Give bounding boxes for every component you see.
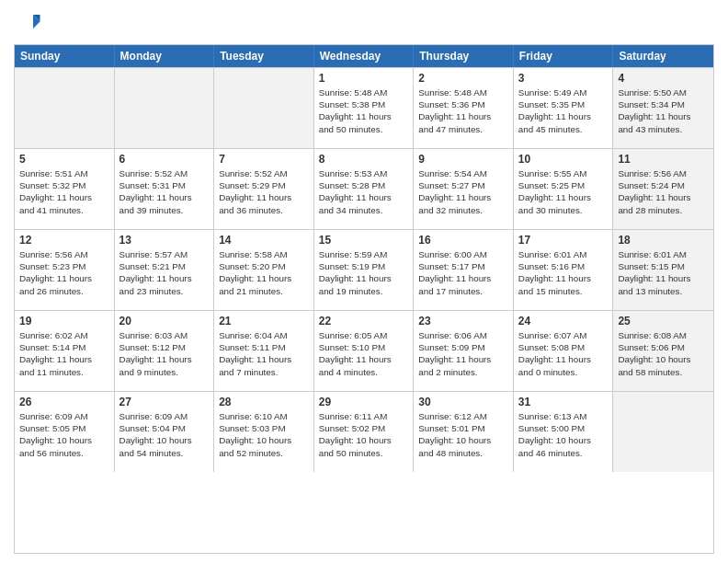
calendar-row-3: 19Sunrise: 6:02 AM Sunset: 5:14 PM Dayli…	[15, 310, 713, 391]
day-number: 20	[119, 315, 210, 327]
calendar-cell-23: 23Sunrise: 6:06 AM Sunset: 5:09 PM Dayli…	[414, 311, 514, 391]
calendar-cell-27: 27Sunrise: 6:09 AM Sunset: 5:04 PM Dayli…	[115, 392, 215, 472]
cell-info-text: Sunrise: 6:01 AM Sunset: 5:15 PM Dayligh…	[618, 248, 709, 297]
day-number: 21	[219, 315, 309, 327]
day-number: 18	[618, 234, 709, 247]
calendar-cell-6: 6Sunrise: 5:52 AM Sunset: 5:31 PM Daylig…	[115, 149, 215, 229]
calendar-cell-empty-0-2	[214, 68, 314, 148]
calendar-cell-empty-0-1	[115, 68, 215, 148]
calendar-cell-24: 24Sunrise: 6:07 AM Sunset: 5:08 PM Dayli…	[514, 311, 614, 391]
day-number: 29	[319, 396, 409, 408]
cell-info-text: Sunrise: 6:09 AM Sunset: 5:04 PM Dayligh…	[119, 410, 210, 459]
calendar-cell-4: 4Sunrise: 5:50 AM Sunset: 5:34 PM Daylig…	[613, 68, 713, 148]
page: SundayMondayTuesdayWednesdayThursdayFrid…	[0, 0, 728, 563]
calendar-cell-14: 14Sunrise: 5:58 AM Sunset: 5:20 PM Dayli…	[214, 230, 314, 310]
header-day-saturday: Saturday	[613, 45, 713, 67]
day-number: 24	[518, 315, 609, 327]
cell-info-text: Sunrise: 5:54 AM Sunset: 5:27 PM Dayligh…	[418, 167, 508, 216]
calendar-cell-31: 31Sunrise: 6:13 AM Sunset: 5:00 PM Dayli…	[514, 392, 614, 472]
cell-info-text: Sunrise: 5:58 AM Sunset: 5:20 PM Dayligh…	[219, 248, 309, 297]
calendar-cell-18: 18Sunrise: 6:01 AM Sunset: 5:15 PM Dayli…	[613, 230, 713, 310]
cell-info-text: Sunrise: 6:07 AM Sunset: 5:08 PM Dayligh…	[518, 329, 609, 378]
cell-info-text: Sunrise: 5:53 AM Sunset: 5:28 PM Dayligh…	[319, 167, 409, 216]
calendar-cell-16: 16Sunrise: 6:00 AM Sunset: 5:17 PM Dayli…	[414, 230, 514, 310]
cell-info-text: Sunrise: 6:02 AM Sunset: 5:14 PM Dayligh…	[19, 329, 109, 378]
header-day-wednesday: Wednesday	[314, 45, 415, 67]
day-number: 3	[518, 72, 609, 85]
header	[14, 9, 714, 37]
day-number: 28	[219, 396, 309, 408]
calendar-cell-11: 11Sunrise: 5:56 AM Sunset: 5:24 PM Dayli…	[613, 149, 713, 229]
cell-info-text: Sunrise: 6:06 AM Sunset: 5:09 PM Dayligh…	[418, 329, 508, 378]
calendar-cell-2: 2Sunrise: 5:48 AM Sunset: 5:36 PM Daylig…	[414, 68, 514, 148]
day-number: 27	[119, 396, 210, 408]
day-number: 4	[618, 72, 709, 85]
calendar-row-4: 26Sunrise: 6:09 AM Sunset: 5:05 PM Dayli…	[15, 391, 713, 472]
calendar: SundayMondayTuesdayWednesdayThursdayFrid…	[14, 44, 714, 554]
calendar-cell-26: 26Sunrise: 6:09 AM Sunset: 5:05 PM Dayli…	[15, 392, 115, 472]
cell-info-text: Sunrise: 6:12 AM Sunset: 5:01 PM Dayligh…	[418, 410, 508, 459]
day-number: 7	[219, 153, 309, 166]
day-number: 15	[319, 234, 409, 247]
cell-info-text: Sunrise: 6:05 AM Sunset: 5:10 PM Dayligh…	[319, 329, 409, 378]
day-number: 5	[19, 153, 109, 166]
calendar-cell-empty-0-0	[15, 68, 115, 148]
day-number: 26	[19, 396, 109, 408]
header-day-thursday: Thursday	[414, 45, 514, 67]
day-number: 10	[518, 153, 609, 166]
cell-info-text: Sunrise: 6:08 AM Sunset: 5:06 PM Dayligh…	[618, 329, 709, 378]
cell-info-text: Sunrise: 5:51 AM Sunset: 5:32 PM Dayligh…	[19, 167, 109, 216]
day-number: 11	[618, 153, 709, 166]
header-day-friday: Friday	[514, 45, 614, 67]
cell-info-text: Sunrise: 5:56 AM Sunset: 5:24 PM Dayligh…	[618, 167, 709, 216]
calendar-cell-12: 12Sunrise: 5:56 AM Sunset: 5:23 PM Dayli…	[15, 230, 115, 310]
calendar-cell-9: 9Sunrise: 5:54 AM Sunset: 5:27 PM Daylig…	[414, 149, 514, 229]
logo-icon	[14, 9, 41, 37]
day-number: 23	[418, 315, 508, 327]
cell-info-text: Sunrise: 6:13 AM Sunset: 5:00 PM Dayligh…	[518, 410, 609, 459]
cell-info-text: Sunrise: 6:09 AM Sunset: 5:05 PM Dayligh…	[19, 410, 109, 459]
calendar-cell-28: 28Sunrise: 6:10 AM Sunset: 5:03 PM Dayli…	[214, 392, 314, 472]
day-number: 1	[319, 72, 409, 85]
cell-info-text: Sunrise: 5:52 AM Sunset: 5:31 PM Dayligh…	[119, 167, 210, 216]
header-day-tuesday: Tuesday	[214, 45, 314, 67]
calendar-row-1: 5Sunrise: 5:51 AM Sunset: 5:32 PM Daylig…	[15, 148, 713, 229]
day-number: 17	[518, 234, 609, 247]
cell-info-text: Sunrise: 5:48 AM Sunset: 5:36 PM Dayligh…	[418, 86, 508, 135]
cell-info-text: Sunrise: 6:00 AM Sunset: 5:17 PM Dayligh…	[418, 248, 508, 297]
day-number: 19	[19, 315, 109, 327]
calendar-cell-17: 17Sunrise: 6:01 AM Sunset: 5:16 PM Dayli…	[514, 230, 614, 310]
calendar-cell-21: 21Sunrise: 6:04 AM Sunset: 5:11 PM Dayli…	[214, 311, 314, 391]
calendar-cell-13: 13Sunrise: 5:57 AM Sunset: 5:21 PM Dayli…	[115, 230, 215, 310]
calendar-cell-25: 25Sunrise: 6:08 AM Sunset: 5:06 PM Dayli…	[613, 311, 713, 391]
calendar-cell-10: 10Sunrise: 5:55 AM Sunset: 5:25 PM Dayli…	[514, 149, 614, 229]
day-number: 25	[618, 315, 709, 327]
calendar-cell-8: 8Sunrise: 5:53 AM Sunset: 5:28 PM Daylig…	[314, 149, 415, 229]
calendar-cell-22: 22Sunrise: 6:05 AM Sunset: 5:10 PM Dayli…	[314, 311, 415, 391]
calendar-body: 1Sunrise: 5:48 AM Sunset: 5:38 PM Daylig…	[15, 67, 713, 553]
cell-info-text: Sunrise: 6:01 AM Sunset: 5:16 PM Dayligh…	[518, 248, 609, 297]
cell-info-text: Sunrise: 5:57 AM Sunset: 5:21 PM Dayligh…	[119, 248, 210, 297]
cell-info-text: Sunrise: 6:10 AM Sunset: 5:03 PM Dayligh…	[219, 410, 309, 459]
logo	[14, 9, 45, 37]
calendar-cell-1: 1Sunrise: 5:48 AM Sunset: 5:38 PM Daylig…	[314, 68, 415, 148]
calendar-cell-empty-4-6	[613, 392, 713, 472]
day-number: 22	[319, 315, 409, 327]
cell-info-text: Sunrise: 5:48 AM Sunset: 5:38 PM Dayligh…	[319, 86, 409, 135]
day-number: 16	[418, 234, 508, 247]
day-number: 31	[518, 396, 609, 408]
calendar-cell-20: 20Sunrise: 6:03 AM Sunset: 5:12 PM Dayli…	[115, 311, 215, 391]
header-day-monday: Monday	[115, 45, 215, 67]
day-number: 14	[219, 234, 309, 247]
calendar-cell-5: 5Sunrise: 5:51 AM Sunset: 5:32 PM Daylig…	[15, 149, 115, 229]
header-day-sunday: Sunday	[15, 45, 115, 67]
calendar-header: SundayMondayTuesdayWednesdayThursdayFrid…	[15, 45, 713, 67]
day-number: 6	[119, 153, 210, 166]
day-number: 2	[418, 72, 508, 85]
cell-info-text: Sunrise: 5:49 AM Sunset: 5:35 PM Dayligh…	[518, 86, 609, 135]
cell-info-text: Sunrise: 5:52 AM Sunset: 5:29 PM Dayligh…	[219, 167, 309, 216]
day-number: 13	[119, 234, 210, 247]
day-number: 8	[319, 153, 409, 166]
calendar-cell-3: 3Sunrise: 5:49 AM Sunset: 5:35 PM Daylig…	[514, 68, 614, 148]
day-number: 9	[418, 153, 508, 166]
